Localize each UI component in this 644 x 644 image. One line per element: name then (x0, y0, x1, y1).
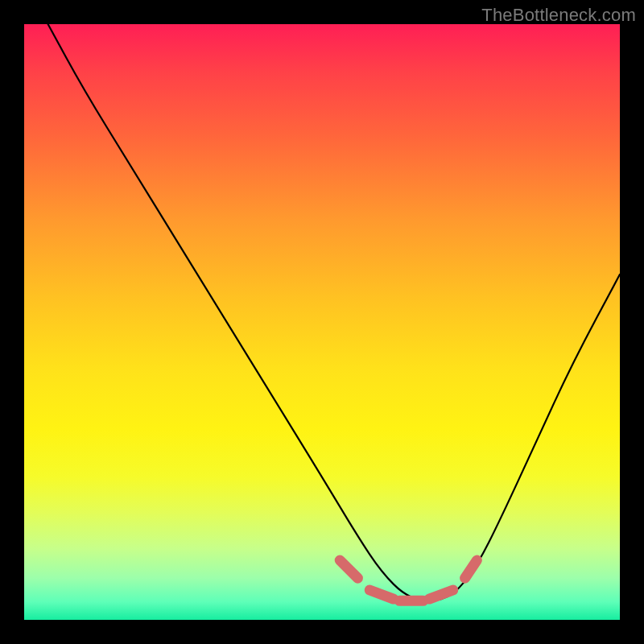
bottleneck-curve (48, 24, 620, 601)
watermark-text: TheBottleneck.com (481, 5, 636, 26)
chart-canvas: TheBottleneck.com (0, 0, 644, 644)
highlight-dash (340, 560, 357, 578)
highlight-dash (465, 560, 477, 578)
highlight-dash (429, 590, 453, 599)
highlight-dash (369, 590, 394, 599)
chart-overlay (24, 24, 620, 620)
plot-area (24, 24, 620, 620)
